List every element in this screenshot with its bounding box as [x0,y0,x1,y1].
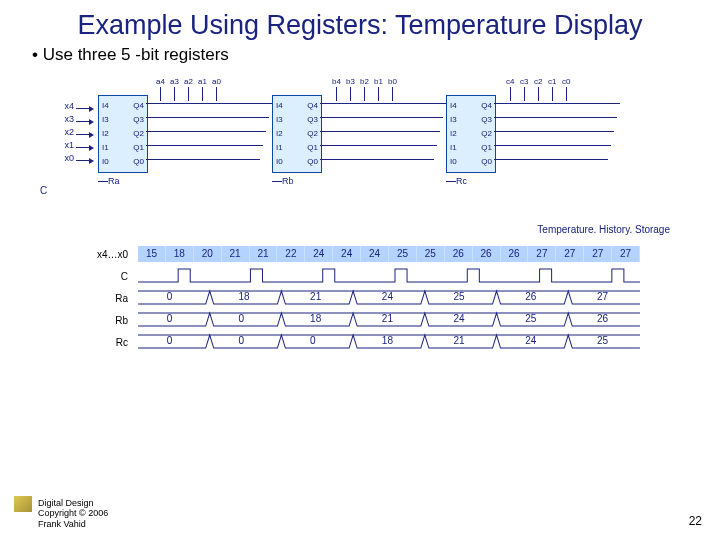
clock-waveform [138,266,640,286]
rb-waveform-row: Rb 001821242526 [80,309,640,331]
rb-label: Rb [282,176,294,186]
stream-values: 151820212122242424252526262627272727 [138,246,640,262]
input-x0: x0 [50,153,74,163]
register-rc: I4Q4 I3Q3 I2Q2 I1Q1 I0Q0 [446,95,496,173]
clock-row-label: C [80,271,128,282]
page-number: 22 [689,514,702,528]
register-diagram: x4 x3 x2 x1 x0 C I4Q4 I3Q3 I2Q2 I1Q1 I0Q… [50,77,670,217]
input-x2: x2 [50,127,74,137]
input-x3: x3 [50,114,74,124]
timing-diagram: x4…x0 1518202121222424242525262626272727… [80,243,640,353]
rc-waveform-row: Rc 00018212425 [80,331,640,353]
input-x1: x1 [50,140,74,150]
clock-label: C [40,185,47,196]
diagram-subtitle: Temperature. History. Storage [537,224,670,235]
input-x4: x4 [50,101,74,111]
slide-title: Example Using Registers: Temperature Dis… [0,10,720,41]
register-rb: I4Q4 I3Q3 I2Q2 I1Q1 I0Q0 [272,95,322,173]
rc-label: Rc [456,176,467,186]
stream-label: x4…x0 [80,249,128,260]
ra-label: Ra [108,176,120,186]
bullet-text: • Use three 5 -bit registers [32,45,720,65]
register-ra: I4Q4 I3Q3 I2Q2 I1Q1 I0Q0 [98,95,148,173]
footer-credits: Digital DesignCopyright © 2006Frank Vahi… [38,498,108,530]
ra-waveform-row: Ra 0182124252627 [80,287,640,309]
logo-icon [14,496,32,512]
